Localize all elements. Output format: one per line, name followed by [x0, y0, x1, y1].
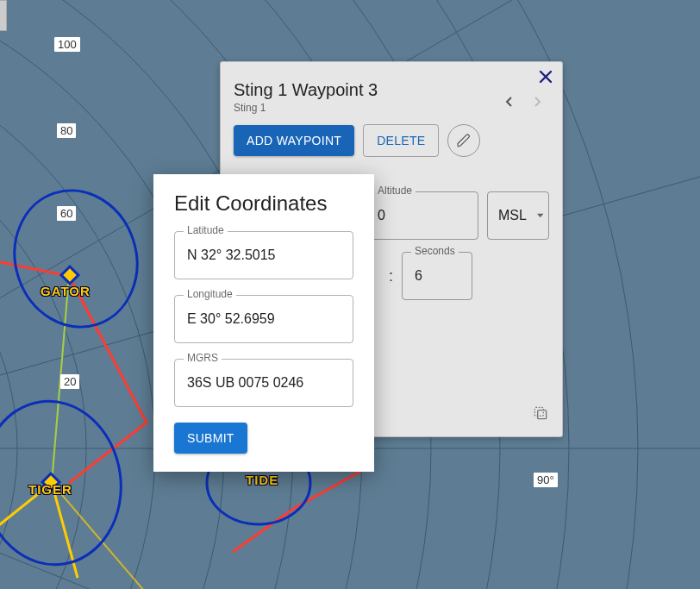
prev-button[interactable] — [502, 94, 517, 110]
svg-rect-21 — [534, 407, 543, 416]
altitude-input[interactable] — [376, 207, 467, 224]
svg-rect-18 — [61, 266, 78, 284]
altitude-ref-value: MSL — [498, 208, 532, 223]
altitude-label: Altitude — [374, 185, 416, 197]
unit-label-tide: TIDE — [246, 473, 278, 487]
copy-button[interactable] — [532, 404, 549, 425]
range-label-20: 20 — [60, 374, 79, 389]
range-label-80: 80 — [57, 123, 76, 138]
copy-icon — [532, 404, 549, 422]
latitude-field[interactable]: Latitude — [174, 231, 353, 279]
time-separator: : — [389, 267, 393, 285]
altitude-field[interactable]: Altitude — [365, 191, 478, 240]
seconds-input[interactable] — [413, 267, 461, 285]
longitude-input[interactable] — [185, 310, 342, 328]
svg-point-0 — [0, 172, 17, 589]
close-icon — [539, 70, 553, 84]
seconds-label: Seconds — [411, 245, 459, 257]
dialog-title: Edit Coordinates — [174, 191, 353, 216]
svg-point-1 — [0, 103, 86, 589]
pencil-icon — [456, 133, 472, 148]
longitude-field[interactable]: Longitude — [174, 295, 353, 343]
chevron-left-icon — [504, 97, 515, 107]
chevron-right-icon — [532, 97, 542, 107]
chevron-down-icon — [537, 213, 543, 218]
altitude-ref-select[interactable]: MSL — [487, 191, 549, 240]
latitude-input[interactable] — [185, 247, 342, 264]
svg-point-15 — [0, 174, 154, 342]
edit-button[interactable] — [447, 124, 480, 157]
range-label-60: 60 — [57, 206, 76, 221]
svg-rect-20 — [538, 410, 547, 419]
longitude-label: Longitude — [184, 288, 236, 300]
close-button[interactable] — [539, 70, 553, 87]
delete-button[interactable]: DELETE — [363, 124, 439, 157]
left-edge-handle[interactable] — [0, 0, 7, 31]
mgrs-label: MGRS — [184, 352, 222, 364]
edit-coordinates-dialog: Edit Coordinates Latitude Longitude MGRS… — [153, 174, 374, 472]
range-label-100: 100 — [54, 37, 80, 52]
seconds-field[interactable]: Seconds — [402, 252, 472, 300]
bearing-label-90: 90° — [534, 473, 558, 487]
mgrs-field[interactable]: MGRS — [174, 359, 353, 407]
latitude-label: Latitude — [184, 224, 228, 236]
unit-label-tiger: TIGER — [28, 482, 72, 497]
unit-label-gator: GATOR — [41, 284, 91, 298]
next-button[interactable] — [529, 94, 545, 110]
mgrs-input[interactable] — [185, 374, 342, 392]
submit-button[interactable]: SUBMIT — [174, 423, 247, 454]
add-waypoint-button[interactable]: ADD WAYPOINT — [234, 125, 354, 156]
